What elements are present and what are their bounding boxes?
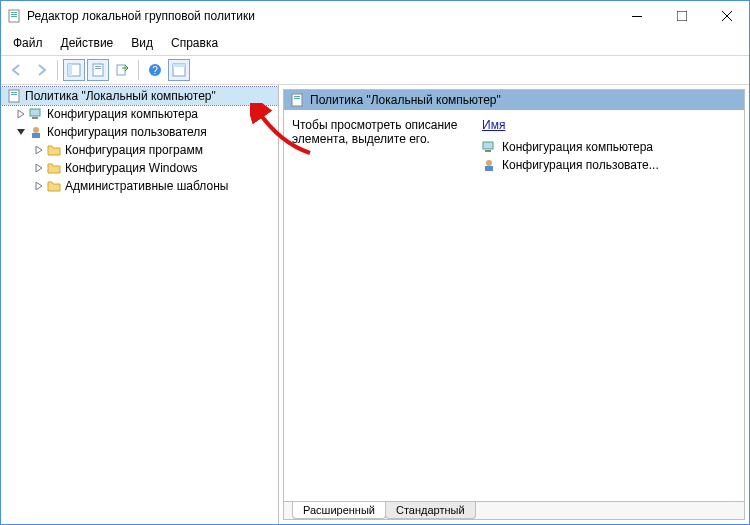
menu-view[interactable]: Вид <box>123 33 161 53</box>
toolbar-divider <box>57 60 58 80</box>
tree-label: Конфигурация пользователя <box>45 125 209 139</box>
tree-label: Конфигурация Windows <box>63 161 200 175</box>
app-icon <box>7 9 21 23</box>
back-button[interactable] <box>6 59 28 81</box>
user-icon <box>482 158 496 172</box>
svg-rect-31 <box>485 166 493 171</box>
svg-rect-13 <box>117 65 125 75</box>
svg-rect-25 <box>292 94 302 106</box>
svg-rect-27 <box>294 98 300 99</box>
maximize-button[interactable] <box>659 1 704 31</box>
policy-icon <box>290 93 304 107</box>
user-icon <box>29 125 43 139</box>
tree-user-admin[interactable]: Административные шаблоны <box>1 177 278 195</box>
svg-rect-20 <box>11 94 17 95</box>
tree-label: Административные шаблоны <box>63 179 230 193</box>
toolbar-divider <box>138 60 139 80</box>
svg-rect-5 <box>677 11 687 21</box>
list-item-label: Конфигурация компьютера <box>502 140 653 154</box>
menubar: Файл Действие Вид Справка <box>1 31 749 56</box>
chevron-right-icon[interactable] <box>33 162 45 174</box>
tree-user-windows[interactable]: Конфигурация Windows <box>1 159 278 177</box>
svg-point-23 <box>33 127 39 133</box>
tree-user-config[interactable]: Конфигурация пользователя <box>1 123 278 141</box>
details-heading: Политика "Локальный компьютер" <box>284 90 744 110</box>
policy-icon <box>7 89 21 103</box>
svg-rect-9 <box>68 64 72 76</box>
menu-file[interactable]: Файл <box>5 33 51 53</box>
svg-rect-17 <box>173 64 185 67</box>
svg-rect-2 <box>11 14 17 15</box>
svg-point-30 <box>486 160 492 166</box>
view-tabs: Расширенный Стандартный <box>284 501 744 519</box>
show-hide-tree-button[interactable] <box>63 59 85 81</box>
svg-rect-26 <box>294 96 300 97</box>
details-heading-text: Политика "Локальный компьютер" <box>310 93 501 107</box>
list-item-computer[interactable]: Конфигурация компьютера <box>482 138 736 156</box>
menu-action[interactable]: Действие <box>53 33 122 53</box>
details-pane: Политика "Локальный компьютер" Чтобы про… <box>279 85 749 524</box>
svg-rect-18 <box>9 90 19 102</box>
tree-label: Конфигурация компьютера <box>45 107 200 121</box>
svg-rect-4 <box>632 16 642 17</box>
list-item-label: Конфигурация пользовате... <box>502 158 659 172</box>
properties-button[interactable] <box>87 59 109 81</box>
toolbar: ? <box>1 56 749 85</box>
svg-rect-10 <box>93 64 103 76</box>
tree-computer-config[interactable]: Конфигурация компьютера <box>1 105 278 123</box>
tree-root-label: Политика "Локальный компьютер" <box>23 89 218 103</box>
folder-icon <box>47 143 61 157</box>
chevron-right-icon[interactable] <box>33 144 45 156</box>
computer-icon <box>482 140 496 154</box>
folder-icon <box>47 179 61 193</box>
forward-button[interactable] <box>30 59 52 81</box>
close-button[interactable] <box>704 1 749 31</box>
svg-rect-29 <box>485 150 491 152</box>
svg-text:?: ? <box>152 65 158 76</box>
list-item-user[interactable]: Конфигурация пользовате... <box>482 156 736 174</box>
svg-rect-1 <box>11 12 17 13</box>
tree-root[interactable]: Политика "Локальный компьютер" <box>1 87 278 105</box>
tab-extended[interactable]: Расширенный <box>292 502 386 519</box>
svg-rect-3 <box>11 16 17 17</box>
svg-rect-21 <box>30 109 40 116</box>
svg-rect-28 <box>483 142 493 149</box>
menu-help[interactable]: Справка <box>163 33 226 53</box>
tree-label: Конфигурация программ <box>63 143 205 157</box>
svg-rect-24 <box>32 133 40 138</box>
tab-standard[interactable]: Стандартный <box>385 502 476 519</box>
minimize-button[interactable] <box>614 1 659 31</box>
chevron-right-icon[interactable] <box>15 108 27 120</box>
folder-icon <box>47 161 61 175</box>
tree-pane: Политика "Локальный компьютер" Конфигура… <box>1 85 279 524</box>
svg-rect-12 <box>95 68 101 69</box>
details-hint: Чтобы просмотреть описание элемента, выд… <box>292 118 457 146</box>
svg-rect-19 <box>11 92 17 93</box>
chevron-down-icon[interactable] <box>15 126 27 138</box>
filter-button[interactable] <box>168 59 190 81</box>
export-button[interactable] <box>111 59 133 81</box>
tree-user-software[interactable]: Конфигурация программ <box>1 141 278 159</box>
chevron-right-icon[interactable] <box>33 180 45 192</box>
computer-icon <box>29 107 43 121</box>
svg-rect-11 <box>95 66 101 67</box>
help-button[interactable]: ? <box>144 59 166 81</box>
titlebar: Редактор локальной групповой политики <box>1 1 749 31</box>
window-title: Редактор локальной групповой политики <box>27 9 255 23</box>
column-header-name[interactable]: Имя <box>482 118 505 132</box>
svg-rect-22 <box>32 117 38 119</box>
